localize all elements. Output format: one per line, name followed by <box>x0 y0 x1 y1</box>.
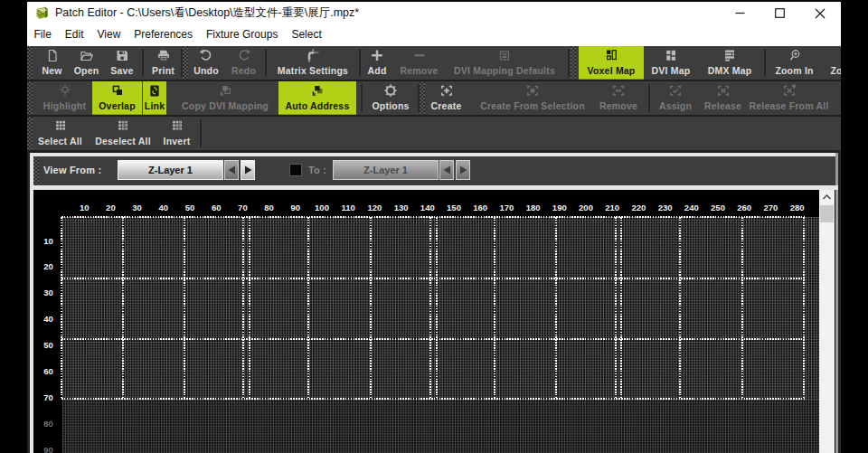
fixture-border-vertical <box>741 217 743 400</box>
minimize-button[interactable] <box>724 2 755 24</box>
voxel-texture-patched <box>62 217 820 400</box>
link-icon <box>147 84 162 98</box>
scrollbar-thumb[interactable] <box>820 205 834 222</box>
toolbar-button-invert[interactable]: Invert <box>157 117 197 150</box>
ruler-top-number: 170 <box>499 203 514 212</box>
toolbar-button-label: Voxel Map <box>588 65 636 76</box>
ruler-top-number: 280 <box>790 203 805 212</box>
toolbar-button-select-all[interactable]: Select All <box>33 117 89 150</box>
toolbar-button-open[interactable]: Open <box>68 46 106 80</box>
toolbar-button-zoom-in[interactable]: Zoom In <box>769 46 820 80</box>
ruler-top-number: 110 <box>342 203 355 212</box>
view-to-prev-button[interactable] <box>439 160 454 180</box>
toolbar-button-remove[interactable]: Remove <box>393 46 446 80</box>
menu-preferences[interactable]: Preferences <box>127 24 200 46</box>
toolbar-button-link[interactable]: Link <box>143 81 167 115</box>
toolbar-button-label: DMX Map <box>708 65 752 76</box>
fixture-border-vertical <box>429 217 431 400</box>
vertical-scrollbar[interactable] <box>819 190 835 453</box>
release-icon <box>716 84 731 98</box>
menu-select[interactable]: Select <box>285 24 328 46</box>
toolbar-button-zoom-out[interactable]: Zoom Out <box>826 46 841 80</box>
menu-view[interactable]: View <box>90 24 127 46</box>
toolbar-button-dvi-map[interactable]: DVI Map <box>645 46 697 80</box>
toolbar-button-release-from-all[interactable]: Release From All <box>743 81 835 115</box>
toolbar-button-release[interactable]: Release <box>699 81 748 115</box>
toolbar-separator <box>648 84 650 112</box>
toolbar-button-create[interactable]: Create <box>425 81 468 115</box>
toolbar-button-label: Invert <box>164 136 191 146</box>
window-title: Patch Editor - C:\Users\看\Desktop\造型文件-重… <box>55 2 359 24</box>
ruler-left-number: 30 <box>43 288 53 297</box>
toolbar-button-undo[interactable]: Undo <box>186 46 226 80</box>
ruler-left-number: 50 <box>43 340 53 350</box>
close-button[interactable] <box>805 2 835 24</box>
toolbar-button-print[interactable]: Print <box>146 46 182 80</box>
patch-grid-viewport[interactable]: 1020304050607080901001101201301401501601… <box>33 190 835 453</box>
patch-view-panel: View From : Z-Layer 1 To : Z-Layer 1 <box>27 150 841 453</box>
toolbar-button-matrix-settings[interactable]: Matrix Settings <box>270 46 355 80</box>
ruler-left-number: 20 <box>43 261 53 271</box>
toolbar-button-deselect-all[interactable]: Deselect All <box>89 117 157 150</box>
toolbar-button-assign[interactable]: Assign <box>655 81 696 115</box>
maximize-button[interactable] <box>764 2 795 24</box>
toolbar-button-highlight[interactable]: Highlight <box>38 81 92 115</box>
toolbar-grip <box>27 81 33 115</box>
view-to-dropdown[interactable]: Z-Layer 1 <box>333 160 439 180</box>
toolbar-button-options[interactable]: Options <box>366 81 415 115</box>
toolbar-button-dvi-mapping-defaults[interactable]: DVI Mapping Defaults <box>446 46 563 80</box>
ruler-top-number: 210 <box>605 203 619 212</box>
toolbar-button-label: DVI Map <box>652 65 691 76</box>
menu-fixture-groups[interactable]: Fixture Groups <box>200 24 285 46</box>
toolbar-button-create-from-selection[interactable]: Create From Selection <box>471 81 594 115</box>
fixture-border-horizontal <box>61 398 806 400</box>
ruler-top-number: 160 <box>473 203 487 212</box>
overlap-icon <box>110 84 125 98</box>
matrix-settings-icon <box>306 49 320 62</box>
toolbar-separator <box>265 49 267 77</box>
toolbar-button-copy-dvi-mapping[interactable]: Copy DVI Mapping <box>175 81 276 115</box>
toolbar-button-new[interactable]: New <box>34 46 71 80</box>
toolbar-button-label: Select All <box>38 136 82 146</box>
menu-edit[interactable]: Edit <box>58 24 90 46</box>
toolbar-button-label: Undo <box>193 65 219 76</box>
fixture-border-vertical <box>494 217 495 400</box>
toolbar-button-remove[interactable]: Remove <box>593 81 644 115</box>
panel-border <box>835 153 838 453</box>
toolbar-button-voxel-map[interactable]: Voxel Map <box>579 46 645 80</box>
ruler-top-number: 10 <box>80 203 90 212</box>
view-from-dropdown[interactable]: Z-Layer 1 <box>118 160 223 180</box>
select-all-icon <box>53 119 68 133</box>
view-to-checkbox[interactable] <box>289 164 302 176</box>
ruler-top-number: 40 <box>159 203 169 212</box>
ruler-top-number: 140 <box>420 203 435 212</box>
scroll-up-button[interactable] <box>819 190 835 203</box>
toolbar-button-add[interactable]: Add <box>361 46 393 80</box>
toolbar-button-auto-address[interactable]: Auto Address <box>278 81 356 115</box>
view-from-next-button[interactable] <box>241 160 255 180</box>
toolbar-button-label: Copy DVI Mapping <box>182 100 269 111</box>
menu-file[interactable]: File <box>27 24 58 46</box>
toolbar-button-label: Options <box>372 100 409 111</box>
toolbar-grip <box>571 46 576 80</box>
add-icon <box>370 49 384 62</box>
remove-icon <box>412 49 427 62</box>
view-to-next-button[interactable] <box>456 160 470 180</box>
ruler-top-number: 220 <box>631 203 646 212</box>
toolbar-button-dmx-map[interactable]: DMX Map <box>702 46 758 80</box>
view-from-prev-button[interactable] <box>224 160 239 180</box>
toolbar-select: Select AllDeselect AllInvert <box>27 117 841 150</box>
fixture-border-vertical <box>61 217 62 400</box>
toolbar-button-overlap[interactable]: Overlap <box>92 81 142 115</box>
ruler-top-number: 100 <box>315 203 329 212</box>
toolbar-button-label: Release <box>704 100 741 111</box>
desktop-background: Patch Editor - C:\Users\看\Desktop\造型文件-重… <box>0 0 868 453</box>
toolbar-button-label: DVI Mapping Defaults <box>454 65 555 76</box>
title-bar[interactable]: Patch Editor - C:\Users\看\Desktop\造型文件-重… <box>27 2 841 24</box>
toolbar-button-label: Remove <box>599 100 637 111</box>
toolbar-button-label: Assign <box>659 100 692 111</box>
toolbar-button-save[interactable]: Save <box>103 46 141 80</box>
toolbar-button-redo[interactable]: Redo <box>224 46 264 80</box>
toolbar-button-label: New <box>42 65 61 76</box>
ruler-top-number: 180 <box>526 203 541 212</box>
